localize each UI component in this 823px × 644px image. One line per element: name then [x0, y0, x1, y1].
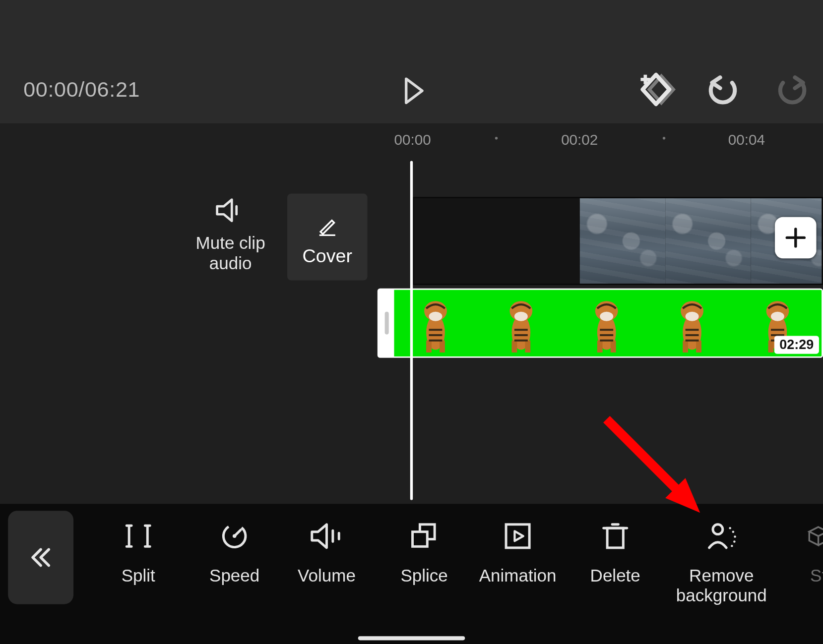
- splice-icon: [409, 521, 440, 551]
- animation-button[interactable]: Animation: [468, 518, 568, 585]
- keyframe-button[interactable]: [634, 69, 681, 110]
- volume-button[interactable]: Volume: [276, 518, 377, 585]
- split-icon: [123, 521, 154, 551]
- timeline[interactable]: 00:00 00:02 00:04 Mute clip audio Cover: [0, 123, 823, 504]
- remove-background-icon: [704, 521, 739, 551]
- svg-point-48: [733, 540, 735, 542]
- tiger-thumb: [565, 290, 650, 356]
- tiger-thumb: [480, 290, 565, 356]
- overlay-track[interactable]: 02:29: [378, 289, 823, 358]
- mute-clip-audio-button[interactable]: Mute clip audio: [181, 197, 281, 273]
- splice-button[interactable]: Splice: [374, 518, 474, 585]
- splice-label: Splice: [374, 566, 474, 585]
- speed-icon: [219, 521, 250, 551]
- redo-icon: [775, 73, 810, 108]
- svg-rect-40: [506, 525, 529, 548]
- play-button[interactable]: [398, 75, 431, 107]
- ruler-tick: 00:02: [561, 131, 598, 149]
- svg-point-44: [713, 525, 723, 534]
- svg-rect-23: [683, 341, 688, 352]
- mute-label-2: audio: [181, 253, 281, 273]
- svg-point-45: [729, 527, 731, 529]
- ruler-dot: [495, 137, 498, 139]
- time-ruler[interactable]: 00:00 00:02 00:04: [0, 123, 823, 153]
- undo-button[interactable]: [705, 73, 740, 108]
- svg-point-20: [600, 312, 613, 321]
- speed-label: Speed: [185, 566, 285, 585]
- svg-rect-13: [511, 341, 517, 352]
- timecode-display: 00:00/06:21: [23, 77, 140, 102]
- next-tool-label: St: [798, 566, 823, 585]
- svg-rect-24: [696, 341, 701, 352]
- pencil-icon: [316, 214, 339, 236]
- playhead[interactable]: [410, 161, 413, 500]
- overlay-clip-duration: 02:29: [774, 336, 819, 353]
- remove-background-button[interactable]: Remove background: [661, 518, 781, 606]
- cube-icon: [807, 525, 823, 547]
- chevron-double-left-icon: [27, 544, 54, 571]
- video-track[interactable]: [413, 197, 823, 285]
- cover-button[interactable]: Cover: [287, 194, 368, 281]
- ruler-dot: [663, 137, 665, 139]
- volume-label: Volume: [276, 566, 377, 585]
- bottom-toolbar: Split Speed Volume: [0, 504, 823, 644]
- redo-button: [775, 73, 810, 108]
- play-icon: [403, 77, 425, 104]
- mute-label-1: Mute clip: [181, 233, 281, 253]
- timecode-current: 00:00: [23, 77, 78, 101]
- svg-rect-42: [607, 528, 623, 548]
- svg-rect-18: [597, 341, 603, 352]
- volume-icon: [309, 521, 344, 551]
- svg-point-46: [732, 530, 734, 532]
- split-label: Split: [88, 566, 189, 585]
- split-button[interactable]: Split: [88, 518, 189, 585]
- svg-point-15: [514, 312, 528, 321]
- delete-button[interactable]: Delete: [565, 518, 665, 585]
- undo-icon: [705, 73, 740, 108]
- ruler-tick: 00:00: [394, 131, 431, 149]
- cover-label: Cover: [287, 246, 368, 267]
- svg-rect-14: [525, 341, 530, 352]
- video-thumb: [665, 198, 751, 284]
- svg-rect-9: [440, 341, 445, 352]
- home-indicator: [358, 636, 465, 640]
- remove-bg-label-1: Remove: [661, 566, 781, 585]
- add-clip-button[interactable]: [775, 217, 816, 258]
- svg-point-10: [429, 312, 443, 321]
- tiger-thumb: [651, 290, 736, 356]
- overlay-clip-content[interactable]: 02:29: [394, 290, 822, 356]
- plus-icon: [784, 226, 807, 249]
- svg-rect-8: [426, 341, 432, 352]
- svg-rect-28: [768, 341, 774, 352]
- timecode-total: 06:21: [85, 77, 140, 101]
- svg-rect-19: [611, 341, 616, 352]
- next-tool-partial[interactable]: St: [798, 518, 823, 585]
- keyframe-icon: [634, 69, 681, 110]
- speed-button[interactable]: Speed: [185, 518, 285, 585]
- animation-icon: [503, 521, 533, 551]
- svg-rect-39: [413, 532, 428, 547]
- clip-left-handle[interactable]: [379, 290, 394, 356]
- back-button[interactable]: [8, 511, 73, 604]
- tiger-thumb: [394, 290, 479, 356]
- speaker-icon: [214, 197, 247, 224]
- svg-point-47: [734, 535, 736, 537]
- delete-label: Delete: [565, 566, 665, 585]
- svg-point-30: [771, 312, 784, 321]
- svg-point-49: [731, 545, 733, 547]
- svg-point-35: [233, 534, 236, 538]
- trash-icon: [600, 521, 631, 551]
- remove-bg-label-2: background: [661, 585, 781, 605]
- ruler-tick: 00:04: [728, 131, 765, 149]
- svg-point-25: [686, 312, 699, 321]
- video-thumb: [580, 198, 665, 284]
- animation-label: Animation: [468, 566, 568, 585]
